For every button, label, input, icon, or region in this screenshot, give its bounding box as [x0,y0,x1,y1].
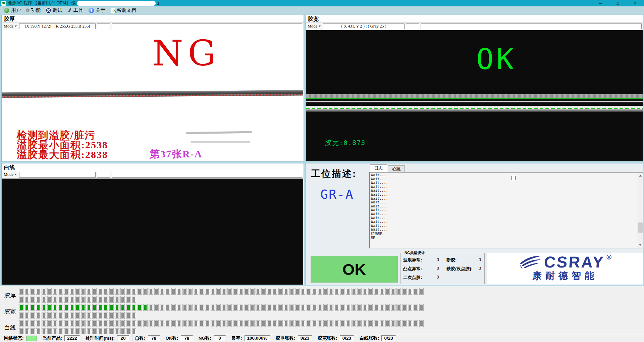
log-checkbox[interactable] [511,176,516,180]
menu-item-功能[interactable]: 功能 [25,6,45,14]
progress-cell [278,304,283,311]
log-line: Wait.... [371,220,388,224]
user-icon [4,8,9,13]
progress-cell [267,320,271,327]
progress-cell [81,320,86,327]
minimize-button[interactable]: ─ [592,0,609,6]
progress-cell [42,288,46,295]
overall-result-button[interactable]: OK [311,256,398,283]
close-button[interactable]: ✕ [627,0,644,6]
log-scrollbar[interactable] [637,173,643,248]
progress-cell [42,320,46,327]
progress-group-胶宽: 胶宽 [0,304,644,320]
progress-cell [284,304,288,311]
progress-cell [363,288,367,295]
white-line-image[interactable] [2,179,303,285]
status-item: NG数:0 [196,334,229,342]
progress-cell [36,296,40,303]
progress-cell [132,288,136,295]
menu-item-调试[interactable]: 调试 [45,6,66,14]
progress-cell [104,296,108,303]
log-content[interactable]: Wait....Wait....Wait....Wait....Wait....… [369,172,643,248]
status-item: OK数:78 [163,334,196,342]
progress-cell [126,312,130,319]
mode-dropdown[interactable]: Mode [3,24,18,29]
progress-cell [87,296,91,303]
status-value: 78 [181,335,193,341]
progress-cell [154,304,159,311]
progress-cell [31,320,35,327]
scrollbar-thumb[interactable] [638,223,643,233]
progress-cell [47,312,52,319]
mode-dropdown[interactable]: Mode [3,172,18,177]
log-line: Wait.... [371,173,388,177]
glue-stripe-graphic [2,90,303,98]
progress-cell [109,312,114,319]
progress-cell [318,320,322,327]
menu-item-帮助文档[interactable]: 帮助文档 [109,6,140,14]
progress-square-row [19,296,138,303]
progress-cell [211,304,215,311]
log-tab-心跳[interactable]: 心跳 [388,165,405,172]
progress-cell [245,288,249,295]
panel-title-glue-width: 胶宽 [306,15,643,22]
menu-item-工具[interactable]: 工具 [66,6,87,14]
progress-cell [19,312,23,319]
progress-cell [177,288,181,295]
panel-title-glue-thickness: 胶厚 [2,15,304,22]
progress-cell [216,304,221,311]
progress-cell [31,288,35,295]
progress-cell [227,304,232,311]
maximize-button[interactable]: □ [609,0,627,6]
progress-cell [312,320,316,327]
mode-dropdown[interactable]: Mode [307,24,322,29]
menu-item-用户[interactable]: 用户 [3,6,25,14]
progress-cell [149,320,153,327]
progress-cell [81,296,86,303]
progress-cell [256,288,260,295]
menu-item-关于[interactable]: 关于 [87,6,109,14]
progress-cell [143,288,148,295]
ng-stat-value: 0 [479,266,482,272]
progress-cell [182,288,187,295]
progress-cell [194,288,198,295]
progress-cell [289,304,294,311]
progress-cell [25,312,29,319]
progress-cell [138,304,142,311]
pixel-coords-readout: ( X 431, Y 2 ) : ( Gray 25 ) [323,23,405,29]
progress-cell [92,296,97,303]
menu-item-label: 用户 [11,7,21,13]
progress-cell [31,304,35,311]
logo-brand-text: CSRAY [543,255,605,270]
progress-cell [160,288,164,295]
panel-white-line: 白线 Mode [1,163,304,285]
glue-thickness-image[interactable]: NG 检测到溢胶/脏污 溢胶最小面积:2538 溢胶最大面积:2838 第37张… [2,30,303,161]
progress-cell [216,320,221,327]
glue-width-image[interactable]: OK 胶宽:0.873 [306,30,643,161]
progress-cell [307,288,311,295]
progress-cell [126,296,130,303]
status-item: 胶宽张数:0/23 [315,334,357,342]
progress-cell [115,320,119,327]
tool-icon [68,8,71,12]
progress-cell [267,288,271,295]
progress-cell [329,288,333,295]
progress-group-白线: 白线 [0,320,644,336]
log-line: 结果OK [371,232,388,236]
progress-cell [245,320,249,327]
menu-item-label: 帮助文档 [117,7,136,13]
progress-cell [59,320,63,327]
progress-cell [120,320,125,327]
scroll-up-icon[interactable] [637,173,643,179]
progress-cell [75,320,80,327]
progress-cell [171,320,176,327]
pixel-coords-readout [19,172,96,178]
progress-cell [391,288,395,295]
scroll-down-icon[interactable] [637,242,643,248]
progress-cell [36,312,40,319]
stripe-band [306,94,643,98]
log-tab-日志[interactable]: 日志 [370,164,387,172]
progress-cell [47,296,52,303]
menu-item-label: 关于 [96,7,105,13]
progress-cell [120,296,125,303]
